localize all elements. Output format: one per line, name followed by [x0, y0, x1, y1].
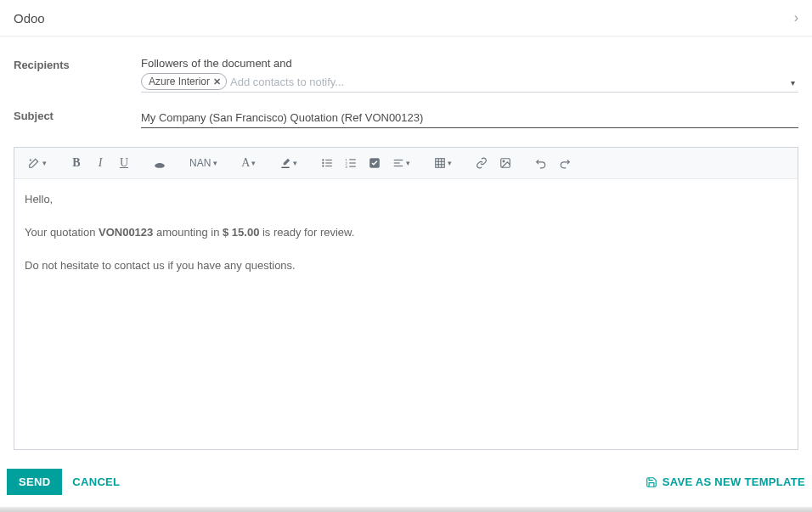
magic-icon[interactable]: ▾ — [23, 154, 52, 172]
svg-point-22 — [504, 160, 505, 162]
svg-rect-4 — [326, 162, 333, 163]
svg-point-2 — [323, 165, 324, 166]
modal-title: Odoo — [14, 11, 45, 25]
editor: ▾ B I U NAN ▾ A▾ — [14, 147, 798, 450]
svg-rect-13 — [394, 160, 403, 160]
align-icon[interactable]: ▾ — [387, 154, 415, 172]
bottom-shadow — [0, 507, 812, 512]
recipients-input[interactable] — [230, 74, 798, 90]
body-closing: Do not hesitate to contact us if you hav… — [25, 257, 787, 275]
quotation-ref: VON00123 — [99, 226, 153, 239]
send-button[interactable]: SEND — [7, 469, 62, 495]
unordered-list-icon[interactable] — [316, 154, 338, 172]
save-template-button[interactable]: SAVE AS NEW TEMPLATE — [646, 475, 805, 488]
recipient-tag: Azure Interior ✕ — [141, 73, 227, 90]
undo-icon[interactable] — [530, 154, 552, 172]
highlight-icon[interactable]: ▾ — [274, 154, 302, 172]
tag-remove-icon[interactable]: ✕ — [213, 75, 221, 88]
redo-icon[interactable] — [554, 154, 576, 172]
close-icon[interactable]: › — [794, 10, 798, 25]
body-quotation-line: Your quotation VON00123 amounting in $ 1… — [25, 224, 787, 242]
subject-input[interactable] — [141, 108, 798, 128]
link-icon[interactable] — [471, 154, 493, 172]
recipients-label: Recipients — [14, 57, 141, 71]
modal-footer: SEND CANCEL SAVE AS NEW TEMPLATE — [0, 457, 812, 507]
svg-rect-9 — [350, 159, 357, 160]
font-size-selector[interactable]: NAN ▾ — [184, 154, 223, 172]
bold-icon[interactable]: B — [65, 153, 87, 173]
footer-left: SEND CANCEL — [7, 469, 120, 495]
font-color-icon[interactable]: A▾ — [236, 153, 261, 173]
subject-value-wrap — [141, 108, 798, 128]
editor-toolbar: ▾ B I U NAN ▾ A▾ — [14, 148, 798, 179]
subject-row: Subject — [14, 108, 798, 128]
svg-rect-11 — [350, 166, 357, 167]
editor-body[interactable]: Hello, Your quotation VON00123 amounting… — [14, 179, 798, 449]
modal-header: Odoo › — [0, 0, 812, 37]
checklist-icon[interactable] — [364, 154, 386, 172]
recipients-value: Followers of the document and Azure Inte… — [141, 57, 798, 93]
modal-body: Recipients Followers of the document and… — [0, 37, 812, 457]
svg-rect-15 — [394, 166, 403, 166]
svg-point-1 — [323, 162, 324, 164]
italic-icon[interactable]: I — [89, 153, 111, 173]
body-greeting: Hello, — [25, 191, 787, 209]
recipients-input-wrap[interactable]: Azure Interior ✕ ▾ — [141, 73, 798, 93]
svg-rect-5 — [326, 166, 333, 166]
table-icon[interactable]: ▾ — [429, 154, 457, 172]
save-icon — [646, 476, 657, 488]
svg-rect-16 — [436, 159, 445, 168]
compose-message-modal: Odoo › Recipients Followers of the docum… — [0, 0, 812, 512]
cancel-button[interactable]: CANCEL — [72, 475, 120, 488]
subject-label: Subject — [14, 108, 141, 122]
underline-icon[interactable]: U — [113, 153, 135, 173]
svg-text:3: 3 — [346, 165, 348, 169]
font-size-label: NAN — [189, 157, 211, 169]
svg-rect-10 — [350, 162, 357, 163]
svg-rect-3 — [326, 160, 333, 160]
followers-text: Followers of the document and — [141, 57, 798, 70]
svg-point-0 — [323, 159, 324, 160]
ordered-list-icon[interactable]: 123 — [340, 154, 362, 172]
svg-rect-14 — [394, 162, 400, 163]
recipient-tag-label: Azure Interior — [149, 75, 210, 88]
recipients-row: Recipients Followers of the document and… — [14, 57, 798, 93]
clear-format-icon[interactable] — [149, 154, 171, 172]
save-template-label: SAVE AS NEW TEMPLATE — [663, 475, 805, 488]
quotation-amount: $ 15.00 — [223, 226, 259, 239]
image-icon[interactable] — [494, 154, 516, 172]
